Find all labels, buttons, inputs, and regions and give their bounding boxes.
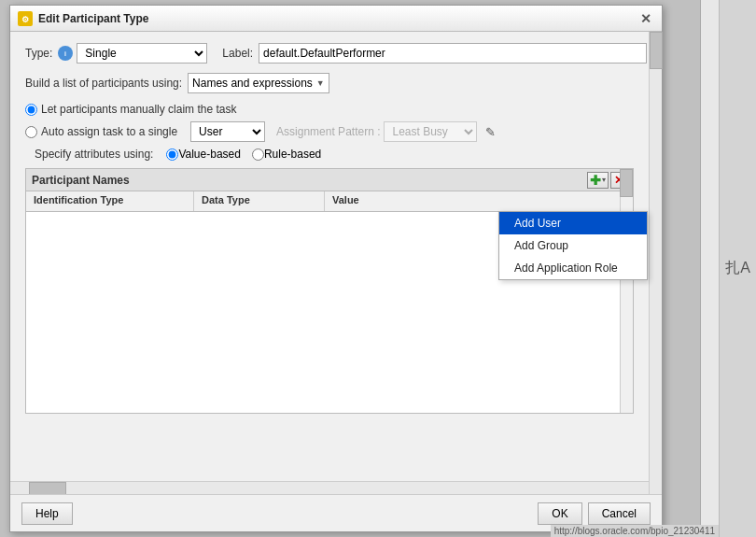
cancel-button[interactable]: Cancel — [588, 502, 651, 525]
help-button[interactable]: Help — [21, 502, 73, 525]
type-label-row: Type: i Single Multiple Sequential Label… — [25, 43, 647, 64]
titlebar: ⚙ Edit Participant Type ✕ — [10, 6, 662, 32]
label-label: Label: — [222, 47, 253, 60]
radio-value-based-label: Value-based — [178, 148, 241, 161]
radio-rule-based[interactable] — [252, 148, 264, 161]
radio-value-based[interactable] — [166, 148, 178, 161]
radio-manual-claim[interactable] — [25, 104, 37, 116]
radio-auto-assign[interactable] — [25, 126, 37, 138]
radio-manual-claim-label: Let participants manually claim the task — [41, 103, 236, 116]
type-select-wrapper: i Single Multiple Sequential — [58, 43, 207, 64]
edit-participant-dialog: ⚙ Edit Participant Type ✕ Type: i Single… — [9, 5, 663, 532]
table-column-headers: Identification Type Data Type Value — [26, 191, 633, 212]
horizontal-scrollbar[interactable] — [10, 481, 649, 494]
col-header-value: Value — [325, 191, 633, 211]
dialog-scrollbar-thumb[interactable] — [650, 32, 663, 69]
svg-text:i: i — [64, 50, 66, 57]
dropdown-arrow-icon: ▼ — [316, 78, 325, 88]
names-expressions-select[interactable]: Names and expressions ▼ — [188, 73, 329, 93]
radio-auto-assign-row: Auto assign task to a single User Group … — [25, 121, 647, 142]
add-participant-dropdown-menu: Add User Add Group Add Application Role — [498, 211, 648, 280]
radio-rule-based-label: Rule-based — [264, 148, 321, 161]
close-button[interactable]: ✕ — [637, 10, 654, 27]
radio-auto-assign-label: Auto assign task to a single — [41, 125, 177, 138]
right-panel: 扎A — [700, 0, 756, 537]
svg-text:⚙: ⚙ — [21, 15, 29, 24]
label-field-wrapper: Label: — [222, 43, 647, 64]
tool-icon: 扎A — [725, 259, 750, 278]
auto-assign-select[interactable]: User Group Role — [190, 121, 265, 142]
tool-panel: 扎A — [719, 0, 756, 537]
ok-button[interactable]: OK — [538, 502, 581, 525]
type-select[interactable]: Single Multiple Sequential — [77, 43, 207, 64]
participant-names-table: Participant Names ✚ ▾ ✕ Identification T… — [25, 168, 634, 414]
table-scrollbar[interactable] — [620, 169, 633, 413]
table-scrollbar-thumb[interactable] — [620, 169, 633, 197]
dialog-icon: ⚙ — [18, 11, 33, 26]
type-label: Type: — [25, 47, 52, 60]
assignment-pattern-select: Least Busy — [384, 121, 477, 142]
add-plus-icon: ✚ — [590, 174, 601, 187]
horiz-scrollbar-thumb[interactable] — [29, 482, 66, 495]
names-select-value: Names and expressions — [192, 77, 313, 90]
url-bar: http://blogs.oracle.com/bpio_21230411 — [551, 525, 719, 537]
assignment-pattern-label: Assignment Pattern : — [276, 125, 380, 138]
table-header-bar: Participant Names ✚ ▾ ✕ — [26, 169, 633, 191]
type-icon: i — [58, 46, 73, 61]
add-dropdown-arrow-icon: ▾ — [602, 176, 606, 184]
radio-manual-claim-row: Let participants manually claim the task — [25, 103, 647, 116]
label-input[interactable] — [259, 43, 647, 64]
dialog-title: Edit Participant Type — [38, 12, 637, 25]
col-header-id-type: Identification Type — [26, 191, 194, 211]
add-participant-button[interactable]: ✚ ▾ — [587, 172, 609, 189]
specify-attributes-row: Specify attributes using: Value-based Ru… — [35, 148, 647, 161]
dialog-scrollbar[interactable] — [649, 32, 662, 531]
add-application-role-item[interactable]: Add Application Role — [499, 257, 647, 279]
add-user-item[interactable]: Add User — [499, 212, 647, 234]
col-header-data-type: Data Type — [194, 191, 325, 211]
build-participants-row: Build a list of participants using: Name… — [25, 73, 647, 93]
build-label: Build a list of participants using: — [25, 77, 182, 90]
add-group-item[interactable]: Add Group — [499, 234, 647, 257]
edit-pattern-icon[interactable]: ✎ — [481, 122, 499, 141]
specify-label: Specify attributes using: — [35, 148, 153, 161]
table-header-title: Participant Names — [32, 174, 587, 187]
